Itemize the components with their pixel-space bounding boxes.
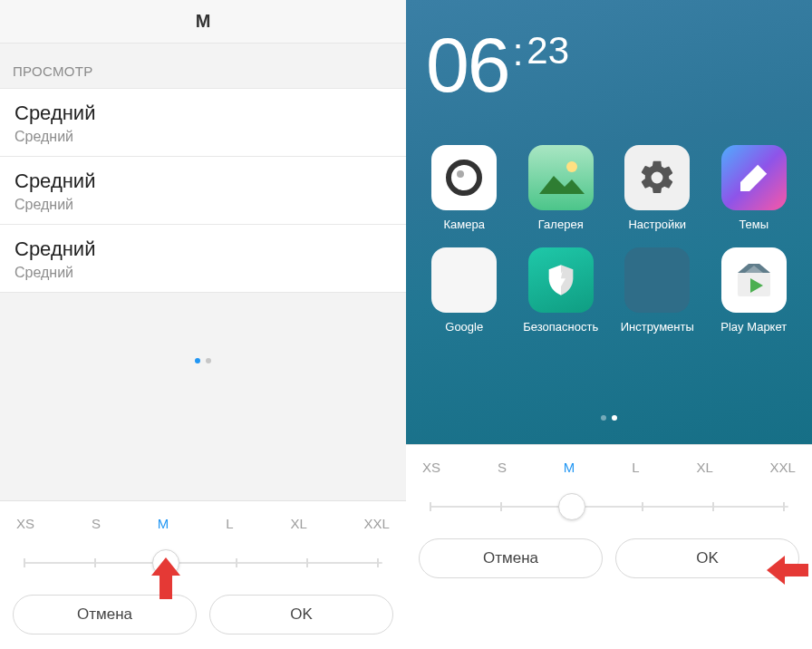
dot-icon [601, 415, 606, 421]
size-labels: XS S M L XL XXL [0, 507, 406, 535]
list-item-title: Средний [14, 237, 392, 261]
app-google-folder[interactable]: Google [420, 247, 508, 334]
size-slider[interactable] [406, 479, 812, 529]
slider-thumb[interactable] [558, 493, 585, 520]
list-item: Средний Средний [0, 89, 406, 157]
size-label-xs: XS [16, 516, 34, 531]
ok-button[interactable]: OK [209, 595, 393, 634]
security-icon [528, 247, 594, 313]
cancel-button[interactable]: Отмена [13, 595, 197, 634]
size-label-xs: XS [422, 460, 440, 475]
play-store-icon [721, 247, 787, 313]
app-label: Google [445, 320, 483, 334]
app-themes[interactable]: Темы [710, 145, 798, 231]
page-indicator [0, 347, 406, 382]
svg-point-1 [566, 161, 577, 172]
camera-icon [431, 145, 497, 210]
list-item-subtitle: Средний [14, 265, 392, 281]
home-screen-preview: 06 : 23 Камера Галерея [406, 0, 812, 444]
app-label: Темы [739, 218, 768, 231]
app-label: Инструменты [621, 320, 694, 334]
list-item-title: Средний [14, 170, 392, 193]
app-settings[interactable]: Настройки [614, 145, 701, 231]
list-item-subtitle: Средний [14, 197, 392, 213]
size-label-xl: XL [696, 460, 712, 475]
ok-button[interactable]: OK [615, 538, 799, 578]
app-label: Настройки [628, 218, 686, 231]
size-labels: XS S M L XL XXL [406, 450, 812, 479]
cancel-button[interactable]: Отмена [419, 538, 603, 578]
dot-icon [206, 358, 211, 363]
size-label-xl: XL [290, 516, 306, 531]
home-page-indicator [406, 404, 812, 439]
app-camera[interactable]: Камера [420, 145, 508, 231]
app-play-store[interactable]: Play Маркет [710, 247, 798, 334]
size-label-xxl: XXL [364, 516, 390, 531]
list-item: Средний Средний [0, 225, 406, 293]
preview-section-label: ПРОСМОТР [0, 44, 406, 88]
size-label-m: M [158, 516, 169, 531]
font-size-settings-pane: M ПРОСМОТР Средний Средний Средний Средн… [0, 0, 406, 649]
app-security[interactable]: Безопасность [517, 247, 605, 334]
app-gallery[interactable]: Галерея [517, 145, 605, 231]
size-label-l: L [632, 460, 639, 475]
app-label: Галерея [538, 218, 584, 231]
clock-minutes: 23 [527, 29, 569, 73]
dot-icon [195, 358, 200, 363]
size-slider[interactable] [0, 535, 406, 586]
google-folder-icon [431, 247, 497, 313]
home-preview-pane: 06 : 23 Камера Галерея [406, 0, 812, 649]
list-item-subtitle: Средний [14, 129, 392, 145]
clock-widget: 06 : 23 [426, 25, 569, 103]
app-label: Play Маркет [720, 320, 787, 334]
app-grid: Камера Галерея Настройки [406, 145, 812, 334]
app-tools-folder[interactable]: Инструменты [614, 247, 701, 334]
page-title: M [0, 0, 406, 44]
settings-icon [624, 145, 690, 210]
clock-hours: 06 [426, 25, 509, 103]
themes-icon [721, 145, 787, 210]
size-slider-panel: XS S M L XL XXL Отмена OK [406, 444, 812, 649]
size-label-m: M [564, 460, 575, 475]
app-label: Безопасность [523, 320, 598, 334]
size-label-s: S [92, 516, 101, 531]
app-label: Камера [444, 218, 485, 231]
size-label-s: S [498, 460, 507, 475]
gallery-icon [528, 145, 594, 210]
clock-separator: : [513, 31, 524, 74]
list-item-title: Средний [14, 102, 392, 125]
dot-icon [612, 415, 617, 421]
size-label-xxl: XXL [770, 460, 796, 475]
size-label-l: L [226, 516, 233, 531]
list-item: Средний Средний [0, 157, 406, 225]
preview-list: Средний Средний Средний Средний Средний … [0, 88, 406, 293]
size-slider-panel: XS S M L XL XXL Отмена OK [0, 500, 406, 649]
tools-folder-icon [624, 247, 690, 313]
slider-thumb[interactable] [152, 549, 179, 576]
